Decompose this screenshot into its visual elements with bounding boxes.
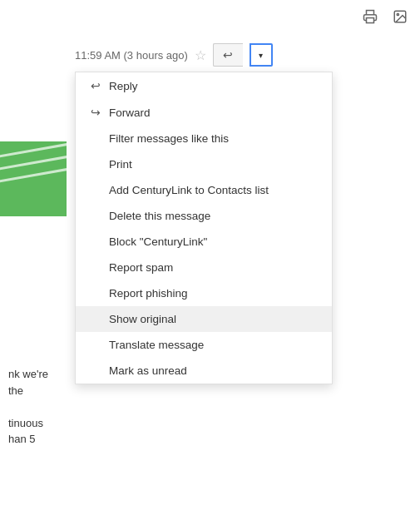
menu-item-label-show-original: Show original (109, 313, 176, 325)
forward-icon: ↪ (89, 106, 102, 119)
logo-lines (0, 150, 67, 216)
image-icon-btn[interactable] (387, 5, 413, 28)
body-line-3: tinuous (8, 415, 48, 432)
menu-item-add-contacts[interactable]: Add CenturyLink to Contacts list (76, 177, 332, 203)
email-body-text: nk we're the tinuous han 5 (0, 366, 57, 448)
reply-icon: ↩ (223, 48, 233, 62)
reply-icon: ↩ (89, 79, 102, 92)
body-line-1: nk we're (8, 366, 48, 383)
body-line-2: the (8, 383, 48, 399)
star-button[interactable]: ☆ (195, 47, 206, 63)
logo-line-1 (0, 141, 67, 159)
menu-item-label-mark-unread: Mark as unread (109, 364, 187, 377)
menu-item-print[interactable]: Print (76, 151, 332, 177)
menu-item-report-spam[interactable]: Report spam (76, 255, 332, 280)
menu-item-label-report-spam: Report spam (109, 261, 173, 274)
toolbar (0, 0, 420, 33)
menu-item-translate[interactable]: Translate message (76, 332, 332, 358)
dropdown-icon: ▾ (259, 51, 263, 60)
menu-item-label-add-contacts: Add CenturyLink to Contacts list (109, 184, 269, 196)
menu-item-delete[interactable]: Delete this message (76, 203, 332, 229)
menu-item-label-reply: Reply (109, 80, 138, 92)
dropdown-menu: ↩Reply↪ForwardFilter messages like thisP… (75, 72, 333, 384)
menu-item-reply[interactable]: ↩Reply (76, 72, 332, 99)
menu-item-label-forward: Forward (109, 106, 151, 119)
menu-item-block[interactable]: Block "CenturyLink" (76, 229, 332, 255)
page-background: 11:59 AM (3 hours ago) ☆ ↩ ▾ nk we're th… (0, 0, 420, 525)
menu-item-label-delete: Delete this message (109, 210, 210, 222)
header-row: 11:59 AM (3 hours ago) ☆ ↩ ▾ (75, 40, 420, 70)
menu-item-label-print: Print (109, 158, 132, 171)
reply-button[interactable]: ↩ (213, 43, 243, 67)
menu-item-label-filter: Filter messages like this (109, 132, 229, 145)
print-icon-btn[interactable] (357, 5, 383, 28)
body-line-4: han 5 (8, 431, 48, 448)
timestamp: 11:59 AM (3 hours ago) (75, 49, 188, 62)
menu-item-mark-unread[interactable]: Mark as unread (76, 358, 332, 384)
menu-item-label-translate: Translate message (109, 339, 204, 351)
svg-point-2 (397, 13, 398, 15)
menu-item-filter[interactable]: Filter messages like this (76, 126, 332, 151)
logo-area (0, 141, 67, 216)
menu-item-label-report-phishing: Report phishing (109, 287, 188, 300)
menu-item-label-block: Block "CenturyLink" (109, 235, 207, 248)
menu-item-show-original[interactable]: Show original (76, 306, 332, 332)
logo-line-2 (0, 153, 67, 171)
menu-item-forward[interactable]: ↪Forward (76, 99, 332, 126)
menu-item-report-phishing[interactable]: Report phishing (76, 280, 332, 306)
svg-rect-0 (367, 18, 374, 23)
dropdown-button[interactable]: ▾ (250, 43, 273, 67)
